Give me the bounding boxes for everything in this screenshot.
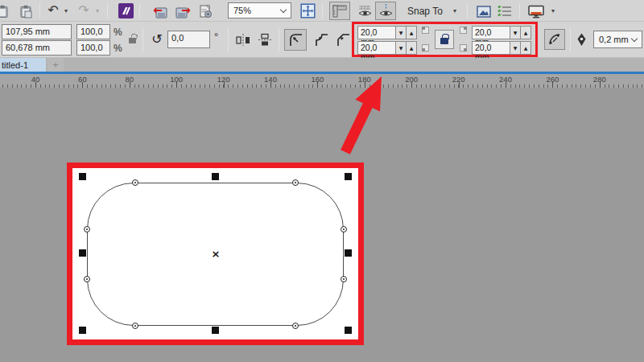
fullscreen-preview-button[interactable] bbox=[526, 3, 546, 19]
percent-label: % bbox=[114, 43, 122, 54]
ruler-major-tick bbox=[317, 82, 318, 88]
corner-radius-top-left-group: 20,0 mm ▼ ▲ bbox=[357, 26, 417, 39]
show-guidelines-button[interactable] bbox=[375, 2, 396, 20]
paste-button[interactable] bbox=[18, 3, 34, 19]
document-tab-label: titled-1 bbox=[2, 60, 28, 70]
fit-page-button[interactable] bbox=[299, 2, 316, 19]
edit-corners-together-button[interactable] bbox=[435, 30, 454, 49]
separator bbox=[279, 27, 279, 52]
outline-width-icon bbox=[574, 31, 588, 47]
selection-handle[interactable] bbox=[345, 173, 352, 180]
selection-handle[interactable] bbox=[345, 327, 352, 334]
selection-handle[interactable] bbox=[345, 249, 352, 257]
drawing-canvas[interactable]: × bbox=[0, 88, 644, 362]
ruler-major-tick bbox=[224, 82, 225, 88]
ruler-major-tick bbox=[130, 82, 130, 88]
corner-node[interactable] bbox=[84, 276, 90, 282]
new-document-tab-button[interactable]: + bbox=[47, 58, 64, 72]
spinner-up-button[interactable]: ▲ bbox=[521, 41, 531, 55]
paste-icon bbox=[20, 5, 32, 19]
redo-button[interactable]: ↷ bbox=[76, 2, 92, 19]
property-bar: 107,95 mm 60,678 mm 100,0 100,0 % % ↺ 0,… bbox=[0, 22, 644, 58]
spinner-down-button[interactable]: ▼ bbox=[510, 26, 521, 39]
separator bbox=[467, 3, 468, 19]
spinner-down-button[interactable]: ▼ bbox=[396, 26, 407, 39]
selection-handle[interactable] bbox=[79, 173, 86, 180]
view-options-button[interactable] bbox=[496, 3, 514, 19]
separator bbox=[519, 3, 520, 19]
undo-dropdown-caret[interactable]: ▾ bbox=[62, 7, 70, 15]
chamfered-corner-button[interactable] bbox=[332, 29, 353, 51]
rulers-icon bbox=[332, 5, 347, 18]
mirror-horizontal-button[interactable] bbox=[234, 31, 252, 47]
mirror-horizontal-icon bbox=[235, 33, 251, 47]
view-options-icon bbox=[497, 5, 512, 18]
fullscreen-preview-caret[interactable]: ▾ bbox=[549, 7, 557, 15]
clipboard-icon bbox=[0, 5, 9, 19]
corner-radius-bottom-right-field[interactable]: 20,0 mm bbox=[472, 41, 510, 55]
relative-corner-scaling-button[interactable] bbox=[544, 29, 565, 50]
snap-to-caret[interactable]: ▾ bbox=[451, 7, 459, 15]
corner-node[interactable] bbox=[341, 226, 347, 232]
ruler-major-tick bbox=[176, 82, 177, 88]
document-tab-active[interactable]: titled-1 bbox=[0, 58, 46, 72]
object-width-field[interactable]: 107,95 mm bbox=[2, 24, 72, 39]
import-button[interactable] bbox=[151, 3, 169, 19]
spinner-down-button[interactable]: ▼ bbox=[510, 41, 521, 55]
coreldraw-window: ↶ ▾ ↷ ▾ 75% bbox=[0, 0, 644, 362]
corner-radius-top-right-group: 20,0 mm ▼ ▲ bbox=[472, 26, 531, 39]
selection-handle[interactable] bbox=[212, 327, 219, 334]
corner-indicator-bottom-right-icon bbox=[460, 44, 467, 51]
lock-ratio-button[interactable] bbox=[126, 33, 138, 47]
spinner-down-button[interactable]: ▼ bbox=[396, 41, 407, 55]
scalloped-corner-button[interactable] bbox=[310, 29, 332, 51]
guidelines-eye-icon bbox=[378, 4, 394, 18]
selection-handle[interactable] bbox=[212, 173, 219, 180]
undo-button[interactable]: ↶ bbox=[45, 2, 61, 19]
selection-center-marker[interactable]: × bbox=[210, 248, 221, 259]
selection-handle[interactable] bbox=[79, 327, 86, 334]
spinner-up-button[interactable]: ▲ bbox=[407, 41, 417, 55]
separator bbox=[228, 27, 229, 52]
redo-dropdown-caret[interactable]: ▾ bbox=[93, 7, 101, 15]
spinner-up-button[interactable]: ▲ bbox=[521, 26, 531, 39]
mirror-vertical-button[interactable] bbox=[256, 31, 274, 47]
scale-vertical-field[interactable]: 100,0 bbox=[76, 40, 110, 56]
corner-node[interactable] bbox=[132, 323, 138, 329]
percent-label: % bbox=[114, 27, 122, 38]
ruler-major-tick bbox=[35, 82, 36, 88]
ruler-major-tick bbox=[459, 82, 460, 88]
show-grid-button[interactable] bbox=[355, 2, 374, 19]
application-launcher-button[interactable] bbox=[118, 2, 134, 19]
preview-settings-button[interactable] bbox=[475, 3, 493, 19]
selection-handle[interactable] bbox=[79, 249, 86, 257]
grid-eye-icon bbox=[357, 5, 373, 18]
corner-radius-bottom-left-field[interactable]: 20,0 mm bbox=[357, 41, 396, 55]
corner-radius-top-right-field[interactable]: 20,0 mm bbox=[472, 26, 510, 39]
spinner-up-button[interactable]: ▲ bbox=[407, 26, 417, 39]
round-corner-button[interactable] bbox=[284, 29, 307, 51]
publish-to-pdf-button[interactable] bbox=[196, 3, 214, 19]
corner-node[interactable] bbox=[84, 226, 90, 232]
ruler-major-tick bbox=[270, 82, 271, 88]
copy-button[interactable] bbox=[0, 3, 10, 19]
separator bbox=[142, 27, 143, 52]
angle-of-rotation-field[interactable]: 0,0 bbox=[167, 31, 210, 48]
show-rulers-button[interactable] bbox=[329, 2, 350, 20]
scale-horizontal-field[interactable]: 100,0 bbox=[76, 24, 110, 39]
horizontal-ruler[interactable]: 406080100120140160180200220240260280 bbox=[0, 74, 644, 88]
corner-radius-top-left-field[interactable]: 20,0 mm bbox=[357, 26, 396, 39]
object-height-field[interactable]: 60,678 mm bbox=[2, 40, 72, 56]
corner-node[interactable] bbox=[132, 179, 138, 186]
zoom-level-select[interactable]: 75% bbox=[228, 2, 291, 19]
corner-node[interactable] bbox=[341, 276, 347, 282]
publish-pdf-icon bbox=[199, 5, 213, 19]
ruler-major-tick bbox=[552, 82, 553, 88]
outline-width-select[interactable]: 0,2 mm bbox=[593, 31, 642, 48]
export-button[interactable] bbox=[174, 3, 192, 19]
corner-node[interactable] bbox=[292, 323, 299, 329]
snap-to-dropdown[interactable]: Snap To bbox=[407, 4, 449, 18]
corner-node[interactable] bbox=[292, 179, 299, 186]
fit-page-icon bbox=[300, 3, 316, 19]
standard-toolbar: ↶ ▾ ↷ ▾ 75% bbox=[0, 0, 644, 22]
